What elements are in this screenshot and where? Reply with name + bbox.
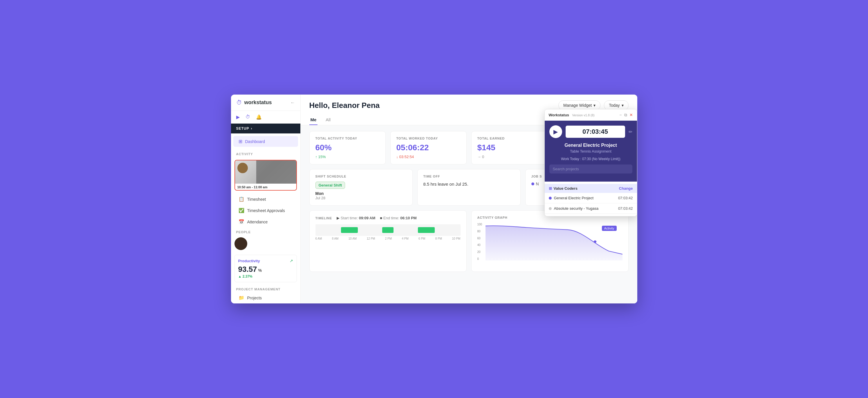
today-filter-button[interactable]: Today ▾ xyxy=(604,100,628,110)
ws-edit-button[interactable]: ✏ xyxy=(628,129,632,135)
shift-date: Jul 28 xyxy=(315,196,407,200)
ws-active-dot xyxy=(549,197,552,200)
stat-value-worked: 05:06:22 xyxy=(396,143,461,152)
productivity-card: Productivity ↗ 93.57 % ▲ 2.37% xyxy=(235,255,297,282)
logo-icon: ⏱ xyxy=(236,99,242,106)
svg-point-0 xyxy=(593,240,596,243)
stat-sub-earned: → 0 xyxy=(477,155,541,159)
screenshot-card: 10:50 am - 11:00 am 🖥 ● 76% of 10 minute… xyxy=(235,160,297,191)
ws-org-name: ⊞ Value Coders xyxy=(549,186,578,191)
sidebar-item-dashboard[interactable]: ⊞ Dashboard xyxy=(233,136,298,147)
activity-graph: 100 80 60 40 20 0 xyxy=(477,223,622,266)
sidebar-icon-bar: ▶ ⏱ 🔔 xyxy=(231,111,300,124)
workstatus-panel: Workstatus Version v1.8 (8) − ⧉ ✕ ▶ 07:0… xyxy=(545,109,637,217)
stat-value-activity: 60% xyxy=(315,143,380,152)
productivity-label: Productivity xyxy=(238,259,260,263)
y-axis-labels: 100 80 60 40 20 0 xyxy=(477,223,484,261)
timeoff-text: 8.5 hrs leave on Jul 25. xyxy=(424,181,515,187)
activity-section-label: ACTIVITY xyxy=(231,150,300,157)
productivity-header: Productivity ↗ xyxy=(238,259,293,263)
tl-active-1 xyxy=(341,227,358,233)
productivity-trend-icon: ↗ xyxy=(290,259,293,263)
tab-all[interactable]: All xyxy=(324,115,332,125)
activity-card: ACTIVITY GRAPH 100 80 60 40 20 0 xyxy=(471,210,628,272)
ws-search-input[interactable] xyxy=(549,164,632,173)
ws-inactive-dot xyxy=(549,207,552,210)
page-title: Hello, Eleanor Pena xyxy=(309,101,380,110)
attendance-icon: 📅 xyxy=(239,219,244,225)
timeline-segments xyxy=(315,224,461,236)
stat-card-worked: TOTAL WORKED TODAY 05:06:22 ↓ 03:52:54 xyxy=(390,131,467,164)
start-value: 09:09 AM xyxy=(359,216,375,220)
productivity-percent: % xyxy=(258,268,262,273)
ws-restore-button[interactable]: ⧉ xyxy=(624,112,627,118)
timeline-bar xyxy=(315,224,461,236)
sidebar-item-attendance[interactable]: 📅 Attendance xyxy=(233,217,298,227)
play-icon[interactable]: ▶ xyxy=(236,114,240,120)
logo-group: ⏱ workstatus xyxy=(236,99,272,106)
productivity-change: ▲ 2.37% xyxy=(238,274,293,278)
ws-project-time-2: 07:03:42 xyxy=(618,206,633,210)
nav-section-main: ⊞ Dashboard xyxy=(231,133,300,150)
activity-tooltip: Activity xyxy=(602,226,617,231)
ws-work-today: Work Today : 07:30 (No Weekly Limit)) xyxy=(549,157,632,161)
ws-version: Version v1.8 (8) xyxy=(572,113,595,117)
timeoff-title: TIME OFF xyxy=(424,175,515,178)
avatar xyxy=(238,163,248,173)
ws-play-button[interactable]: ▶ xyxy=(549,125,562,138)
start-label: Start time: xyxy=(341,216,359,220)
sidebar-item-timesheet[interactable]: 📋 Timesheet xyxy=(233,194,298,204)
sidebar-item-projects[interactable]: 📁 Projects xyxy=(233,292,298,303)
timeline-labels: 6 AM 8 AM 10 AM 12 PM 2 PM 4 PM 6 PM 8 P… xyxy=(315,237,461,240)
ws-close-button[interactable]: ✕ xyxy=(629,112,633,118)
ws-org-row: ⊞ Value Coders Change xyxy=(545,184,637,193)
shift-title: SHIFT SCHEDULE xyxy=(315,175,407,178)
chevron-down-icon-2: ▾ xyxy=(622,103,624,108)
bell-icon[interactable]: 🔔 xyxy=(256,114,262,120)
ws-project-name: General Electric Project xyxy=(549,143,632,148)
ws-project-label-1: General Electric Project xyxy=(554,196,594,200)
sidebar: ⏱ workstatus ← ▶ ⏱ 🔔 SETUP › ⊞ Dashboard… xyxy=(231,95,301,303)
screenshot-bars: 🖥 ● xyxy=(238,190,294,191)
dashboard-icon: ⊞ xyxy=(239,139,242,144)
chevron-down-icon: ▾ xyxy=(593,103,595,108)
screenshot-info: 10:50 am - 11:00 am 🖥 ● 76% of 10 minute… xyxy=(235,184,296,191)
screenshot-overlay xyxy=(256,160,296,184)
shift-card: SHIFT SCHEDULE General Shift Mon Jul 28 xyxy=(309,169,413,206)
ws-time-display: 07:03:45 xyxy=(566,126,625,138)
setup-button[interactable]: SETUP › xyxy=(231,124,300,133)
start-time: ▶ Start time: 09:09 AM xyxy=(337,216,375,220)
tab-me[interactable]: Me xyxy=(309,115,318,125)
collapse-button[interactable]: ← xyxy=(290,100,295,105)
header-actions: Manage Widget ▾ Today ▾ xyxy=(558,100,628,110)
shift-badge: General Shift xyxy=(315,181,345,189)
ws-project-row-2[interactable]: Absolute security - Yugasa 07:03:42 xyxy=(545,203,637,214)
ws-change-org-button[interactable]: Change xyxy=(619,186,633,191)
ws-footer: ⊞ Value Coders Change General Electric P… xyxy=(545,181,637,216)
stat-card-earned: TOTAL EARNED $145 → 0 xyxy=(471,131,548,164)
ws-header: Workstatus Version v1.8 (8) − ⧉ ✕ xyxy=(545,109,637,121)
ws-project-time-1: 07:03:42 xyxy=(618,196,633,200)
ws-project-info-2: Absolute security - Yugasa xyxy=(549,206,599,210)
ws-body: ▶ 07:03:45 ✏ General Electric Project Ta… xyxy=(545,121,637,181)
ws-project-row-1[interactable]: General Electric Project 07:03:42 xyxy=(545,193,637,203)
shift-day: Mon xyxy=(315,191,407,196)
timeline-card: TIMELINE ▶ Start time: 09:09 AM ■ End ti… xyxy=(309,210,467,272)
stat-label-activity: TOTAL ACTIVITY TODAY xyxy=(315,137,380,140)
manage-widget-button[interactable]: Manage Widget ▾ xyxy=(558,100,600,110)
ws-play-icon: ▶ xyxy=(553,128,558,135)
end-label: End time: xyxy=(383,216,401,220)
ws-minimize-button[interactable]: − xyxy=(619,112,622,118)
ws-project-label-2: Absolute security - Yugasa xyxy=(554,206,599,210)
tl-active-2 xyxy=(382,227,394,233)
activity-bar-red-icon: ● xyxy=(255,190,258,191)
productivity-value-row: 93.57 % xyxy=(238,265,293,274)
sidebar-logo: ⏱ workstatus ← xyxy=(231,95,300,111)
timer-icon[interactable]: ⏱ xyxy=(246,114,250,120)
timeline-title: TIMELINE xyxy=(315,217,332,220)
sidebar-item-timesheet-approvals[interactable]: ✅ Timesheet Approvals xyxy=(233,205,298,216)
ws-app-title: Workstatus xyxy=(549,113,569,117)
stat-label-earned: TOTAL EARNED xyxy=(477,137,541,140)
activity-svg-area: Activity xyxy=(486,223,622,261)
avatar-row xyxy=(231,235,300,253)
